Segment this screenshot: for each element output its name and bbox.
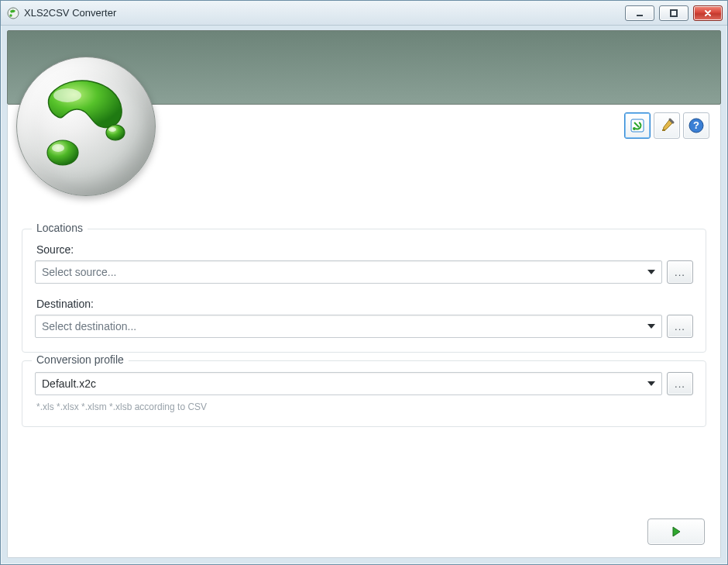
svg-rect-3 bbox=[671, 10, 677, 16]
options-button[interactable] bbox=[654, 112, 680, 139]
svg-point-7 bbox=[106, 125, 125, 140]
app-logo bbox=[16, 57, 156, 196]
maximize-button[interactable] bbox=[659, 5, 689, 21]
title-bar: XLS2CSV Converter bbox=[1, 1, 727, 26]
profile-legend: Conversion profile bbox=[32, 353, 129, 366]
svg-point-5 bbox=[47, 140, 78, 165]
source-placeholder: Select source... bbox=[42, 266, 641, 278]
svg-rect-11 bbox=[662, 129, 665, 131]
svg-point-1 bbox=[9, 14, 12, 16]
minimize-button[interactable] bbox=[625, 5, 654, 21]
svg-rect-2 bbox=[637, 15, 643, 16]
profile-combobox[interactable]: Default.x2c bbox=[35, 372, 662, 395]
source-combobox[interactable]: Select source... bbox=[35, 260, 662, 284]
close-button[interactable] bbox=[693, 5, 723, 21]
run-button[interactable] bbox=[647, 518, 705, 545]
window-controls bbox=[625, 5, 723, 21]
svg-point-0 bbox=[8, 8, 19, 19]
svg-point-10 bbox=[633, 127, 636, 130]
destination-combobox[interactable]: Select destination... bbox=[35, 315, 662, 338]
chevron-down-icon bbox=[647, 270, 655, 274]
profile-group: Conversion profile Default.x2c ... *.xls… bbox=[22, 360, 706, 427]
svg-point-8 bbox=[108, 127, 116, 132]
chevron-down-icon bbox=[647, 381, 655, 386]
app-icon bbox=[7, 7, 19, 19]
chevron-down-icon bbox=[647, 324, 655, 329]
profile-browse-button[interactable]: ... bbox=[667, 372, 693, 395]
svg-text:?: ? bbox=[693, 119, 699, 131]
window-title: XLS2CSV Converter bbox=[24, 7, 116, 19]
svg-point-4 bbox=[53, 88, 81, 102]
destination-browse-button[interactable]: ... bbox=[667, 315, 693, 338]
profile-value: Default.x2c bbox=[42, 377, 641, 390]
svg-point-6 bbox=[52, 144, 64, 152]
destination-label: Destination: bbox=[36, 298, 693, 310]
application-window: XLS2CSV Converter bbox=[0, 0, 728, 565]
source-label: Source: bbox=[36, 243, 693, 256]
profile-hint: *.xls *.xlsx *.xlsm *.xlsb according to … bbox=[36, 401, 692, 412]
destination-placeholder: Select destination... bbox=[42, 320, 641, 332]
conversion-settings-button[interactable] bbox=[624, 112, 651, 139]
footer bbox=[19, 511, 709, 548]
help-button[interactable]: ? bbox=[683, 112, 709, 139]
locations-legend: Locations bbox=[32, 222, 88, 234]
source-browse-button[interactable]: ... bbox=[667, 260, 693, 284]
locations-group: Locations Source: Select source... ... D… bbox=[22, 229, 706, 353]
